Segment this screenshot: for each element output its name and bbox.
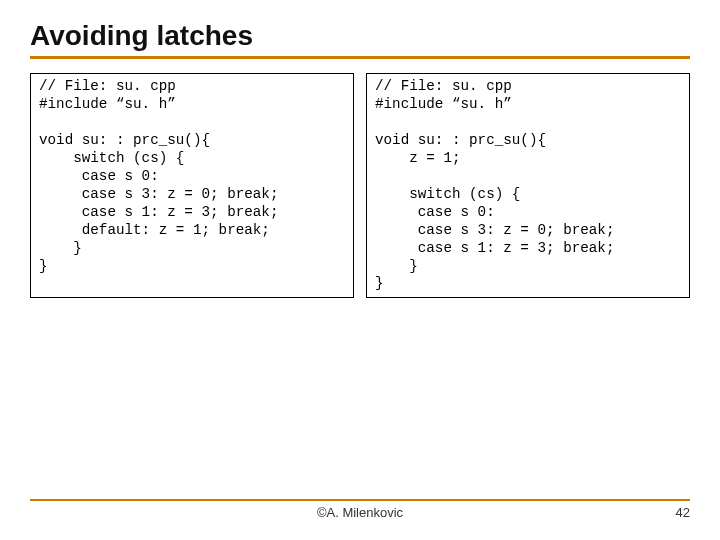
- code-line: }: [375, 258, 681, 276]
- code-line: [375, 168, 681, 186]
- footer: ©A. Milenkovic 42: [30, 499, 690, 520]
- code-line: case s 1: z = 3; break;: [39, 204, 345, 222]
- code-columns: // File: su. cpp #include “su. h” void s…: [30, 73, 690, 298]
- code-line: // File: su. cpp: [375, 78, 681, 96]
- code-line: case s 0:: [39, 168, 345, 186]
- code-line: case s 1: z = 3; break;: [375, 240, 681, 258]
- code-line: default: z = 1; break;: [39, 222, 345, 240]
- code-line: void su: : prc_su(){: [39, 132, 345, 150]
- code-line: case s 0:: [375, 204, 681, 222]
- footer-row: ©A. Milenkovic 42: [30, 505, 690, 520]
- code-line: void su: : prc_su(){: [375, 132, 681, 150]
- code-line: [375, 114, 681, 132]
- code-left: // File: su. cpp #include “su. h” void s…: [30, 73, 354, 298]
- code-line: }: [39, 258, 345, 276]
- code-line: [39, 114, 345, 132]
- code-line: case s 3: z = 0; break;: [39, 186, 345, 204]
- code-line: // File: su. cpp: [39, 78, 345, 96]
- page-title: Avoiding latches: [30, 20, 690, 52]
- code-line: }: [375, 275, 681, 293]
- page-number: 42: [676, 505, 690, 520]
- footer-divider: [30, 499, 690, 501]
- title-divider: [30, 56, 690, 59]
- slide: Avoiding latches // File: su. cpp #inclu…: [0, 0, 720, 540]
- code-right: // File: su. cpp #include “su. h” void s…: [366, 73, 690, 298]
- code-line: #include “su. h”: [39, 96, 345, 114]
- code-line: switch (cs) {: [375, 186, 681, 204]
- code-line: switch (cs) {: [39, 150, 345, 168]
- code-line: }: [39, 240, 345, 258]
- footer-author: ©A. Milenkovic: [317, 505, 403, 520]
- code-line: #include “su. h”: [375, 96, 681, 114]
- code-line: z = 1;: [375, 150, 681, 168]
- code-line: case s 3: z = 0; break;: [375, 222, 681, 240]
